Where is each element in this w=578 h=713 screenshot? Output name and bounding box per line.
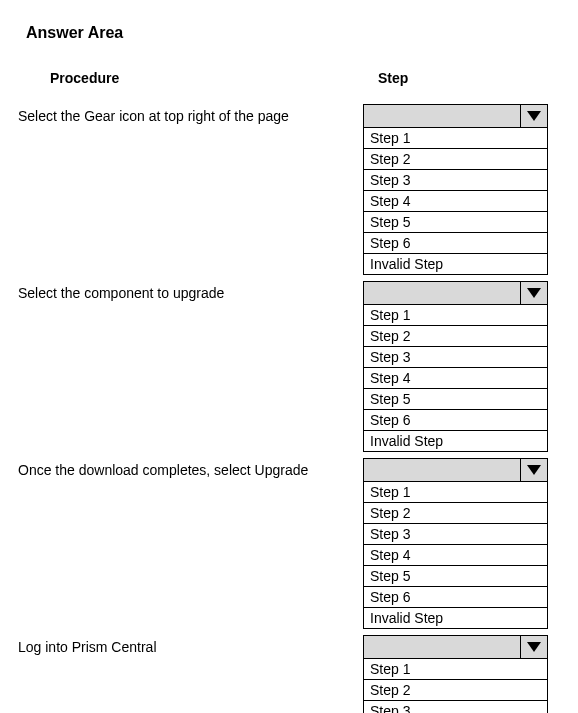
procedure-text: Log into Prism Central xyxy=(18,635,363,655)
procedure-row: Select the component to upgradeStep 1Ste… xyxy=(18,281,560,452)
dropdown-option[interactable]: Step 4 xyxy=(364,191,547,212)
procedure-row: Log into Prism CentralStep 1Step 2Step 3… xyxy=(18,635,560,713)
header-procedure: Procedure xyxy=(50,70,378,86)
dropdown-option[interactable]: Step 6 xyxy=(364,233,547,254)
dropdown-option[interactable]: Step 3 xyxy=(364,524,547,545)
procedure-text: Select the Gear icon at top right of the… xyxy=(18,104,363,124)
dropdown-option[interactable]: Step 6 xyxy=(364,587,547,608)
procedure-row: Select the Gear icon at top right of the… xyxy=(18,104,560,275)
dropdown-option[interactable]: Invalid Step xyxy=(364,254,547,274)
dropdown-option[interactable]: Step 2 xyxy=(364,326,547,347)
dropdown-option[interactable]: Step 3 xyxy=(364,347,547,368)
dropdown-option[interactable]: Step 5 xyxy=(364,212,547,233)
dropdown-option[interactable]: Step 1 xyxy=(364,482,547,503)
chevron-down-icon xyxy=(527,465,541,475)
dropdown-option[interactable]: Invalid Step xyxy=(364,431,547,451)
step-dropdown[interactable] xyxy=(363,104,548,128)
procedure-text: Select the component to upgrade xyxy=(18,281,363,301)
dropdown-option[interactable]: Step 5 xyxy=(364,389,547,410)
dropdown-option[interactable]: Step 1 xyxy=(364,128,547,149)
step-dropdown[interactable] xyxy=(363,281,548,305)
dropdown-options: Step 1Step 2Step 3Step 4Step 5Step 6Inva… xyxy=(363,482,548,629)
dropdown-option[interactable]: Step 4 xyxy=(364,545,547,566)
dropdown-option[interactable]: Step 3 xyxy=(364,170,547,191)
dropdown-option[interactable]: Step 2 xyxy=(364,680,547,701)
column-headers: Procedure Step xyxy=(18,70,560,86)
dropdown-option[interactable]: Step 2 xyxy=(364,149,547,170)
dropdown-option[interactable]: Step 4 xyxy=(364,368,547,389)
dropdown-option[interactable]: Step 1 xyxy=(364,659,547,680)
chevron-down-icon xyxy=(527,288,541,298)
dropdown-options: Step 1Step 2Step 3Step 4Step 5Step 6Inva… xyxy=(363,305,548,452)
procedure-text: Once the download completes, select Upgr… xyxy=(18,458,363,478)
chevron-down-icon xyxy=(527,111,541,121)
procedure-row: Once the download completes, select Upgr… xyxy=(18,458,560,629)
chevron-down-icon xyxy=(527,642,541,652)
dropdown-option[interactable]: Step 3 xyxy=(364,701,547,713)
page-title: Answer Area xyxy=(26,24,560,42)
dropdown-option[interactable]: Step 6 xyxy=(364,410,547,431)
dropdown-option[interactable]: Step 5 xyxy=(364,566,547,587)
dropdown-option[interactable]: Step 2 xyxy=(364,503,547,524)
step-dropdown[interactable] xyxy=(363,458,548,482)
dropdown-option[interactable]: Step 1 xyxy=(364,305,547,326)
header-step: Step xyxy=(378,70,408,86)
dropdown-options: Step 1Step 2Step 3Step 4Step 5Step 6Inva… xyxy=(363,128,548,275)
dropdown-options: Step 1Step 2Step 3Step 4Step 5 xyxy=(363,659,548,713)
step-dropdown[interactable] xyxy=(363,635,548,659)
dropdown-option[interactable]: Invalid Step xyxy=(364,608,547,628)
